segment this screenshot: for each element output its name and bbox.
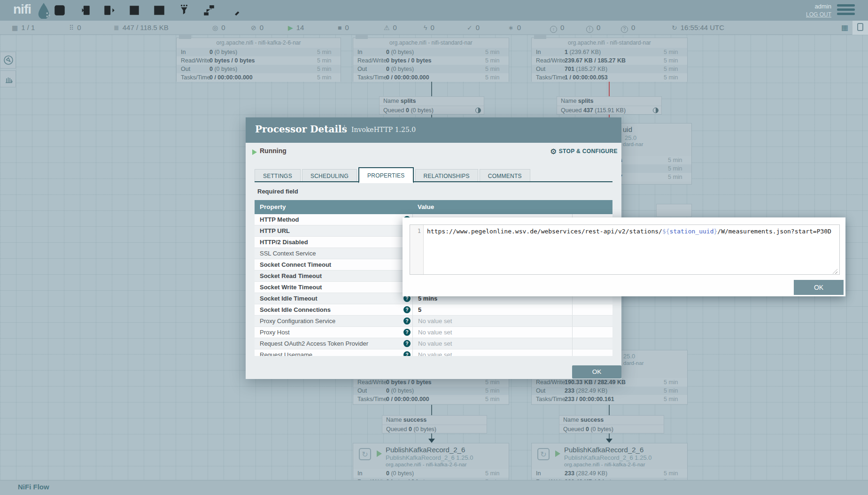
- navigate-palette[interactable]: [0, 52, 16, 69]
- last-refresh[interactable]: ↻16:55:44 UTC: [672, 21, 724, 35]
- stat-row: Read/Write0 bytes / 0 bytes5 min: [353, 56, 509, 65]
- processor-top-fragment: [534, 35, 546, 39]
- editor-ok-button[interactable]: OK: [794, 280, 844, 295]
- processor-type-icon: ↻: [359, 448, 371, 460]
- property-row-socket-idle-connections[interactable]: Socket Idle Connections?5: [255, 304, 612, 316]
- global-menu-icon[interactable]: [837, 4, 855, 17]
- stat-row: Tasks/Time0 / 00:00:00.0005 min: [353, 73, 509, 82]
- processor-stats-box[interactable]: org.apache.nifi - nifi-standard-nar In0 …: [353, 38, 509, 82]
- processor-box-partial[interactable]: uid 25.0 dard-nar s5 min 5 min 75 min: [613, 123, 692, 185]
- nifi-app: nifi admin LOG OUT ▦1 / 1 ⠿0 ≣447 / 118.…: [0, 0, 868, 495]
- template-icon[interactable]: [202, 4, 216, 17]
- bundle-label: org.apache.nifi - nifi-standard-nar: [353, 38, 509, 48]
- asterisk-icon: ∗: [508, 21, 514, 35]
- operate-palette[interactable]: [0, 70, 16, 87]
- grid-toggle-icon[interactable]: ▦: [841, 22, 848, 33]
- connection-label-success[interactable]: Name success Queued 0 (0 bytes): [559, 415, 664, 433]
- stat-row: Out701 (185.27 KB)5 min: [532, 65, 687, 73]
- modified-stale-status: !0: [586, 21, 600, 35]
- up-to-date-status: ✓0: [467, 21, 480, 35]
- connection-label-success[interactable]: Name success Queued 0 (0 bytes): [382, 415, 487, 433]
- processor-top-fragment: [179, 35, 191, 39]
- stat-row: Out233 (282.49 KB)5 min: [532, 387, 687, 395]
- breadcrumb[interactable]: NiFi Flow: [18, 483, 49, 491]
- panel-icon: [857, 23, 863, 31]
- connection-edge: [431, 405, 432, 415]
- output-port-icon[interactable]: [103, 4, 116, 17]
- navigate-compass-icon: [2, 54, 15, 66]
- logout-link[interactable]: LOG OUT: [806, 11, 831, 18]
- disabled-status: ϟ0: [424, 21, 434, 35]
- connection-label-splits-queued[interactable]: Name splits Queued 437 (115.91 KB): [557, 96, 662, 115]
- help-icon[interactable]: ?: [403, 340, 411, 347]
- nifi-logo: nifi: [13, 2, 31, 17]
- exclamation-circle-icon: !: [586, 26, 593, 33]
- current-user: admin: [815, 3, 831, 10]
- not-transmitting-icon: ⊘: [251, 21, 256, 35]
- active-threads-status: ⠿0: [69, 21, 81, 35]
- label-icon[interactable]: [227, 4, 240, 17]
- stat-row: Read/Write0 bytes / 0 bytes5 min: [353, 378, 509, 387]
- stat-row: Tasks/Time0 / 00:00:00.0005 min: [353, 395, 509, 403]
- remote-process-group-icon[interactable]: [153, 4, 166, 17]
- processor-stats-box[interactable]: org.apache.nifi - nifi-standard-nar In1 …: [531, 38, 688, 82]
- connection-label-splits[interactable]: Name splits Queued 0 (0 bytes): [379, 96, 484, 115]
- refresh-icon[interactable]: ↻: [672, 21, 677, 35]
- stat-row: Read/Write190.33 KB / 282.49 KB5 min: [532, 378, 687, 387]
- check-icon: ✓: [467, 21, 473, 35]
- stat-row: Tasks/Time233 / 00:00:00.1615 min: [532, 395, 687, 403]
- process-group-icon[interactable]: [128, 4, 141, 17]
- question-circle-icon: ?: [621, 26, 628, 33]
- tab-scheduling[interactable]: SCHEDULING: [302, 169, 357, 182]
- column-value: Value: [418, 200, 434, 214]
- processor-name-version: InvokeHTTP 1.25.0: [351, 126, 416, 133]
- processor-stats-box[interactable]: org.apache.nifi - nifi-kafka-2-6-nar In0…: [176, 38, 341, 82]
- queue-icon: ≣: [114, 21, 119, 35]
- title-separator: |: [343, 124, 346, 133]
- property-row-request-username[interactable]: Request Username?No value set: [255, 349, 612, 356]
- stat-row: 5 min: [613, 164, 691, 173]
- help-icon[interactable]: ?: [403, 329, 411, 336]
- running-play-icon: [252, 149, 257, 155]
- gear-icon: ⚙: [550, 147, 557, 155]
- stat-row: 75 min: [613, 173, 691, 181]
- property-row-proxy-host[interactable]: Proxy Host?No value set: [255, 327, 612, 338]
- running-play-icon: [377, 450, 382, 457]
- input-port-icon[interactable]: [78, 4, 91, 17]
- properties-table-header: Property Value: [255, 200, 612, 214]
- help-icon[interactable]: ?: [403, 317, 411, 325]
- stale-status: ↑0: [550, 21, 564, 35]
- processor-icon[interactable]: [53, 4, 66, 17]
- resize-handle-icon[interactable]: [832, 268, 837, 274]
- property-row-proxy-configuration-service[interactable]: Proxy Configuration Service?No value set: [255, 316, 612, 327]
- stat-row: s5 min: [613, 156, 691, 164]
- stat-row: Read/Write0 bytes / 0 bytes5 min: [177, 56, 341, 65]
- tab-settings[interactable]: SETTINGS: [255, 169, 301, 182]
- connected-nodes-status: ▦1 / 1: [12, 21, 35, 35]
- connection-edge: [431, 82, 432, 96]
- property-row-oauth2-provider[interactable]: Request OAuth2 Access Token Provider?No …: [255, 338, 612, 349]
- load-balance-icon: [475, 108, 481, 113]
- cluster-icon: ▦: [12, 21, 18, 35]
- stop-and-configure-button[interactable]: ⚙STOP & CONFIGURE: [550, 147, 618, 156]
- help-icon[interactable]: ?: [403, 351, 411, 356]
- expression-editor[interactable]: 1 https://www.pegelonline.wsv.de/webserv…: [410, 224, 840, 275]
- arrow-up-circle-icon: ↑: [550, 26, 557, 33]
- stat-row: In0 (0 bytes)5 min: [177, 48, 341, 56]
- funnel-icon[interactable]: [178, 4, 191, 17]
- tab-relationships[interactable]: RELATIONSHIPS: [415, 169, 478, 182]
- required-field-note: Required field: [257, 188, 298, 195]
- stat-row: In0 (0 bytes)5 min: [353, 469, 509, 478]
- editor-code-line[interactable]: https://www.pegelonline.wsv.de/webservic…: [424, 225, 839, 274]
- bulletin-panel-toggle[interactable]: [852, 21, 868, 35]
- stopped-status: ■0: [338, 21, 349, 35]
- arrowhead-icon: [428, 439, 435, 443]
- tab-properties[interactable]: PROPERTIES: [358, 167, 414, 183]
- tab-comments[interactable]: COMMENTS: [480, 169, 530, 182]
- run-status-label: Running: [260, 147, 287, 155]
- threads-icon: ⠿: [69, 21, 74, 35]
- dialog-ok-button[interactable]: OK: [572, 365, 621, 379]
- processor-type-icon: ↻: [537, 448, 550, 460]
- help-icon[interactable]: ?: [403, 306, 411, 313]
- bolt-icon: ϟ: [424, 21, 427, 35]
